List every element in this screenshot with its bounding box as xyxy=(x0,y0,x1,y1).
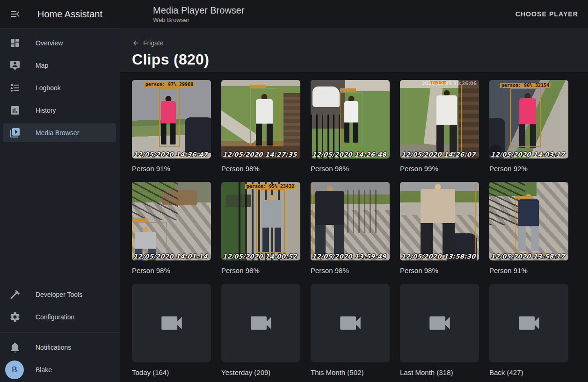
clip-caption: Person 99% xyxy=(400,165,479,173)
content-header: Frigate Clips (820) xyxy=(120,28,588,72)
sidebar-item-developer-tools[interactable]: Developer Tools xyxy=(0,283,120,306)
menu-open-icon xyxy=(9,8,21,20)
video-icon xyxy=(515,310,543,337)
play-box-multiple-icon xyxy=(9,127,21,138)
folder-tile-yesterday[interactable]: Yesterday (209) xyxy=(221,284,300,376)
clip-thumbnail: 2020-12-05 18:26:06 12/05/2020 14:26:07 xyxy=(400,80,479,159)
folder-thumbnail xyxy=(311,284,390,362)
folder-thumbnail xyxy=(221,284,300,362)
folder-caption: This Month (502) xyxy=(311,368,390,376)
clip-thumbnail: 12/05/2020 14:01:14 xyxy=(132,182,211,260)
clip-tile-8[interactable]: 12/05/2020 13:59:49 Person 98% xyxy=(311,182,390,274)
stroller-prop xyxy=(185,117,211,153)
video-icon xyxy=(158,310,185,337)
clip-caption: Person 98% xyxy=(221,165,300,173)
railing-shadow-prop xyxy=(132,182,178,220)
clip-tile-6[interactable]: 12/05/2020 14:01:14 Person 98% xyxy=(132,182,211,274)
timestamp-overlay: 12/05/2020 13:58:17 xyxy=(490,253,565,260)
car-prop xyxy=(312,86,340,107)
clip-thumbnail: person: 95% 23432 12/05/2020 14:00:52 xyxy=(221,182,300,260)
clip-tile-5[interactable]: person: 96% 32154 12/05/2020 14:03:17 Pe… xyxy=(489,80,568,173)
folder-tile-this-month[interactable]: This Month (502) xyxy=(311,284,390,376)
clip-caption: Person 98% xyxy=(221,267,300,274)
detection-label: person: 97% 29988 xyxy=(144,82,195,87)
folder-thumbnail xyxy=(489,284,568,362)
sidebar-spacer xyxy=(0,144,120,280)
folder-caption: Yesterday (209) xyxy=(221,368,300,376)
timestamp-overlay: 12/05/2020 14:03:17 xyxy=(490,151,565,158)
clip-tile-2[interactable]: 12/05/2020 14:27:35 Person 98% xyxy=(221,80,300,173)
page-title: Clips (820) xyxy=(132,51,588,68)
sidebar-item-overview[interactable]: Overview xyxy=(0,32,120,54)
menu-toggle-button[interactable] xyxy=(4,3,26,25)
timestamp-overlay: 12/05/2020 14:26:48 xyxy=(312,151,386,158)
sidebar-item-logbook[interactable]: Logbook xyxy=(0,77,120,99)
sidebar-item-profile[interactable]: B Blake xyxy=(0,359,120,381)
person-bounding-box: person: 95% 23432 xyxy=(256,189,285,253)
clips-grid: person: 97% 29988 12/05/2020 14:36:47 Pe… xyxy=(120,72,588,376)
clip-caption: Person 98% xyxy=(311,165,390,173)
clip-thumbnail: 12/05/2020 13:59:49 xyxy=(311,182,390,260)
clip-tile-1[interactable]: person: 97% 29988 12/05/2020 14:36:47 Pe… xyxy=(132,80,211,173)
media-browser-subtitle: Web Browser xyxy=(153,16,245,23)
media-browser-content: Frigate Clips (820) person: 97% 29988 12… xyxy=(120,28,588,382)
breadcrumb-back-frigate[interactable]: Frigate xyxy=(132,28,164,47)
page-header-titles: Media Player Browser Web Browser xyxy=(153,5,245,23)
hammer-icon xyxy=(9,289,21,300)
person-bounding-box: person: 96% 32154 xyxy=(510,88,541,147)
clip-tile-9[interactable]: 12/05/2020 13:58:30 Person 98% xyxy=(400,182,479,274)
timestamp-overlay: 12/05/2020 14:26:07 xyxy=(401,151,476,158)
choose-player-button[interactable]: CHOOSE PLAYER xyxy=(512,7,582,22)
sidebar-divider xyxy=(0,332,120,332)
clip-tile-4[interactable]: 2020-12-05 18:26:06 12/05/2020 14:26:07 … xyxy=(400,80,479,173)
app-bar: Home Assistant Media Player Browser Web … xyxy=(0,0,588,28)
video-icon xyxy=(337,310,364,337)
sidebar-item-history[interactable]: History xyxy=(0,99,120,122)
person-bounding-box xyxy=(312,184,386,258)
clip-caption: Person 92% xyxy=(489,165,568,173)
folder-tile-back[interactable]: Back (427) xyxy=(489,284,568,376)
person-bounding-box xyxy=(250,88,279,145)
arrow-left-icon xyxy=(132,39,139,47)
sidebar-nav-list: Overview Map Logbook History Media Brows… xyxy=(0,29,120,144)
folder-tile-today[interactable]: Today (164) xyxy=(132,284,211,376)
folder-caption: Back (427) xyxy=(489,368,568,376)
person-bounding-box xyxy=(515,200,546,254)
folder-caption: Last Month (318) xyxy=(400,368,479,376)
clip-caption: Person 98% xyxy=(311,267,390,274)
folder-thumbnail xyxy=(132,284,211,362)
sidebar-item-configuration[interactable]: Configuration xyxy=(0,306,120,328)
folder-tile-last-month[interactable]: Last Month (318) xyxy=(400,284,479,376)
person-bounding-box xyxy=(341,92,363,145)
video-icon xyxy=(247,310,275,337)
cog-icon xyxy=(9,311,21,323)
folder-caption: Today (164) xyxy=(132,368,211,376)
timestamp-overlay: 12/05/2020 14:36:47 xyxy=(133,151,208,158)
video-icon xyxy=(426,310,453,337)
clip-thumbnail: 12/05/2020 13:58:17 xyxy=(489,182,568,260)
folder-thumbnail xyxy=(400,284,479,362)
clip-tile-3[interactable]: 12/05/2020 14:26:48 Person 98% xyxy=(311,80,390,173)
clip-thumbnail: 12/05/2020 13:58:30 xyxy=(400,182,479,260)
clip-caption: Person 98% xyxy=(132,267,211,274)
chart-box-icon xyxy=(9,105,21,116)
clip-tile-7[interactable]: person: 95% 23432 12/05/2020 14:00:52 Pe… xyxy=(221,182,300,274)
timestamp-overlay: 12/05/2020 14:27:35 xyxy=(222,151,297,158)
clip-tile-10[interactable]: 12/05/2020 13:58:17 Person 91% xyxy=(489,182,568,274)
bell-icon xyxy=(9,342,21,353)
app-title: Home Assistant xyxy=(37,9,126,20)
format-list-icon xyxy=(9,82,21,94)
person-bounding-box xyxy=(431,85,462,154)
clip-thumbnail: person: 96% 32154 12/05/2020 14:03:17 xyxy=(489,80,568,159)
clip-caption: Person 91% xyxy=(489,267,568,274)
sidebar-bottom-list: Developer Tools Configuration xyxy=(0,280,120,328)
media-browser-title: Media Player Browser xyxy=(153,5,245,16)
sidebar-item-notifications[interactable]: Notifications xyxy=(0,336,120,359)
sidebar-item-media-browser[interactable]: Media Browser xyxy=(0,122,120,144)
detection-label: person: 96% 32154 xyxy=(500,83,551,88)
clip-caption: Person 98% xyxy=(400,267,479,274)
detection-label: person: 95% 23432 xyxy=(245,184,296,189)
sidebar-item-map[interactable]: Map xyxy=(0,54,120,77)
tooltip-account-icon xyxy=(9,60,21,71)
timestamp-overlay: 12/05/2020 14:01:14 xyxy=(133,253,208,260)
